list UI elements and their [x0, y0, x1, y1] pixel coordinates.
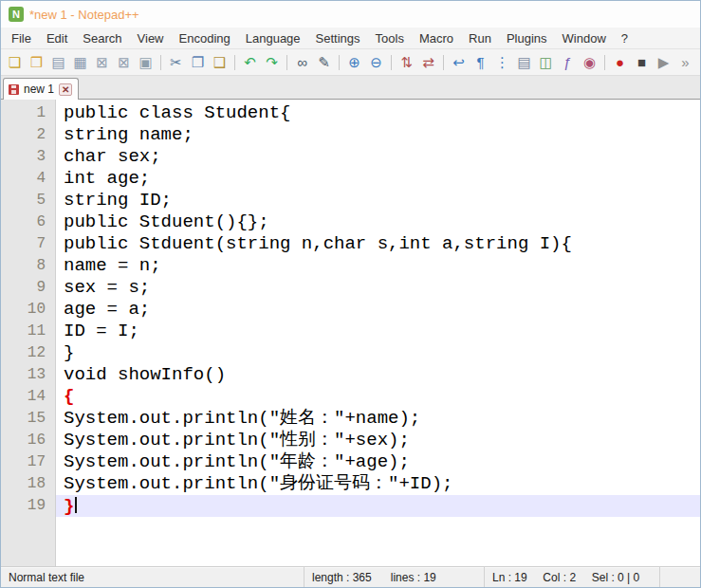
matched-brace: }: [64, 496, 74, 517]
replace-icon[interactable]: ✎: [314, 52, 334, 72]
code-text: string ID;: [64, 190, 172, 211]
editor[interactable]: 12345678910111213141516171819 public cla…: [1, 100, 700, 566]
line-number-7[interactable]: 7: [1, 233, 46, 255]
sync-horizontal-scroll-icon[interactable]: ⇄: [418, 52, 438, 72]
line-number-19[interactable]: 19: [1, 495, 46, 517]
code-text: char sex;: [64, 146, 161, 167]
line-number-18[interactable]: 18: [1, 473, 46, 495]
menu-file[interactable]: File: [4, 28, 39, 48]
save-file-icon[interactable]: ▤: [48, 52, 68, 72]
menu-run[interactable]: Run: [461, 28, 499, 48]
menu-search[interactable]: Search: [75, 28, 129, 48]
code-line-14[interactable]: {: [56, 386, 700, 408]
line-number-15[interactable]: 15: [1, 408, 46, 430]
print-icon[interactable]: ▣: [136, 52, 156, 72]
copy-icon[interactable]: ❐: [188, 52, 208, 72]
find-icon[interactable]: ∞: [292, 52, 312, 72]
code-text: public Stduent(string n,char s,int a,str…: [64, 233, 572, 254]
word-wrap-icon[interactable]: ↩: [449, 52, 469, 72]
toolbar-separator: [286, 55, 287, 70]
playback-macro-icon[interactable]: ▶: [654, 52, 673, 72]
line-number-16[interactable]: 16: [1, 430, 46, 451]
monitoring-icon[interactable]: ◉: [580, 52, 600, 72]
code-line-2[interactable]: string name;: [56, 124, 700, 146]
code-line-8[interactable]: name = n;: [56, 255, 700, 277]
code-area[interactable]: public class Student{string name;char se…: [56, 100, 700, 566]
sync-vertical-scroll-icon[interactable]: ⇅: [397, 52, 416, 72]
toolbar: ❏❒▤▦⊠⊠▣✂❐❑↶↷∞✎⊕⊖⇅⇄↩¶⋮▤◫ƒ◉●■▶»: [1, 48, 700, 76]
line-number-5[interactable]: 5: [1, 190, 46, 211]
code-line-16[interactable]: System.out.println("性别："+sex);: [56, 430, 700, 451]
close-all-icon[interactable]: ⊠: [114, 52, 134, 72]
status-spare: [660, 567, 700, 587]
menu-tools[interactable]: Tools: [368, 28, 412, 48]
code-line-1[interactable]: public class Student{: [56, 102, 700, 124]
toolbar-separator: [604, 55, 605, 70]
line-number-2[interactable]: 2: [1, 124, 46, 146]
code-line-9[interactable]: sex = s;: [56, 277, 700, 299]
open-file-icon[interactable]: ❒: [27, 52, 46, 72]
code-line-15[interactable]: System.out.println("姓名："+name);: [56, 408, 700, 430]
stop-macro-icon[interactable]: ■: [632, 52, 652, 72]
menu-help[interactable]: ?: [614, 28, 636, 48]
code-line-12[interactable]: }: [56, 342, 700, 364]
menu-encoding[interactable]: Encoding: [172, 28, 238, 48]
toolbar-separator: [443, 55, 444, 70]
line-number-6[interactable]: 6: [1, 211, 46, 233]
toolbar-separator: [339, 55, 340, 70]
tab-close-icon[interactable]: ✕: [59, 83, 72, 96]
code-line-7[interactable]: public Stduent(string n,char s,int a,str…: [56, 233, 700, 255]
line-number-12[interactable]: 12: [1, 342, 46, 364]
redo-icon[interactable]: ↷: [262, 52, 282, 72]
line-number-9[interactable]: 9: [1, 277, 46, 299]
code-line-3[interactable]: char sex;: [56, 146, 700, 168]
code-line-10[interactable]: age = a;: [56, 299, 700, 321]
record-macro-icon[interactable]: ●: [610, 52, 630, 72]
cut-icon[interactable]: ✂: [166, 52, 186, 72]
line-number-13[interactable]: 13: [1, 364, 46, 386]
zoom-out-icon[interactable]: ⊖: [366, 52, 386, 72]
line-number-11[interactable]: 11: [1, 321, 46, 342]
code-text: void showInfo(): [64, 364, 226, 385]
code-line-19[interactable]: }: [56, 495, 700, 517]
line-number-4[interactable]: 4: [1, 168, 46, 190]
close-file-icon[interactable]: ⊠: [92, 52, 112, 72]
function-list-icon[interactable]: ƒ: [558, 52, 578, 72]
code-line-4[interactable]: int age;: [56, 168, 700, 190]
line-number-17[interactable]: 17: [1, 451, 46, 473]
code-line-6[interactable]: public Stduent(){};: [56, 211, 700, 233]
new-file-icon[interactable]: ❏: [5, 52, 25, 72]
code-text: sex = s;: [64, 277, 150, 298]
define-language-icon[interactable]: ▤: [514, 52, 534, 72]
code-line-17[interactable]: System.out.println("年龄："+age);: [56, 451, 700, 473]
tab-new-1[interactable]: new 1 ✕: [3, 78, 79, 100]
code-line-13[interactable]: void showInfo(): [56, 364, 700, 386]
code-line-5[interactable]: string ID;: [56, 190, 700, 211]
line-number-8[interactable]: 8: [1, 255, 46, 277]
menu-language[interactable]: Language: [238, 28, 308, 48]
line-number-10[interactable]: 10: [1, 299, 46, 321]
indent-guide-icon[interactable]: ⋮: [492, 52, 512, 72]
menu-view[interactable]: View: [130, 28, 172, 48]
menu-settings[interactable]: Settings: [308, 28, 368, 48]
line-number-3[interactable]: 3: [1, 146, 46, 168]
code-line-18[interactable]: System.out.println("身份证号码："+ID);: [56, 473, 700, 495]
menu-window[interactable]: Window: [555, 28, 614, 48]
undo-icon[interactable]: ↶: [240, 52, 260, 72]
code-text: System.out.println("姓名："+name);: [64, 408, 420, 429]
save-all-icon[interactable]: ▦: [70, 52, 90, 72]
menu-macro[interactable]: Macro: [412, 28, 461, 48]
line-number-1[interactable]: 1: [1, 102, 46, 124]
toolbar-separator: [234, 55, 235, 70]
menu-edit[interactable]: Edit: [39, 28, 75, 48]
document-map-icon[interactable]: ◫: [536, 52, 556, 72]
text-caret: [75, 497, 77, 513]
code-line-11[interactable]: ID = I;: [56, 321, 700, 342]
paste-icon[interactable]: ❑: [210, 52, 230, 72]
run-macro-multiple-icon[interactable]: »: [675, 52, 695, 72]
show-all-characters-icon[interactable]: ¶: [470, 52, 490, 72]
zoom-in-icon[interactable]: ⊕: [344, 52, 364, 72]
menu-plugins[interactable]: Plugins: [499, 28, 555, 48]
line-number-14[interactable]: 14: [1, 386, 46, 408]
line-number-gutter: 12345678910111213141516171819: [1, 100, 56, 566]
